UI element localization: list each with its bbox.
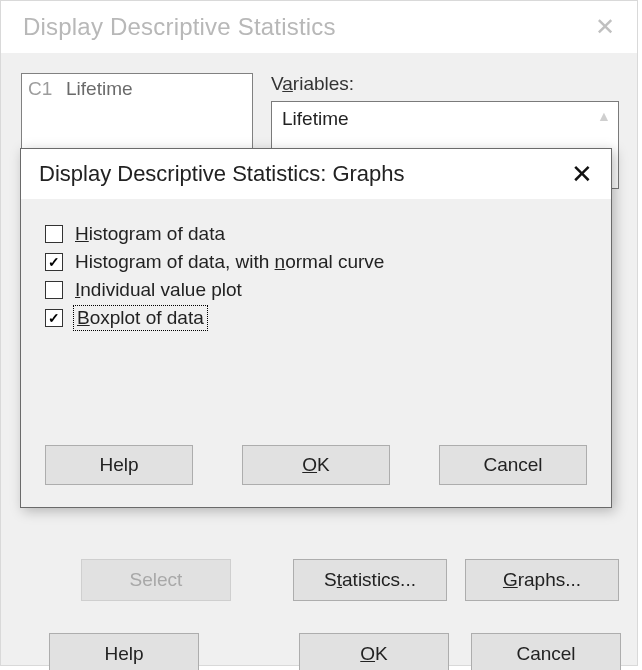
column-name: Lifetime <box>66 78 133 100</box>
graphs-ok-button[interactable]: OK <box>242 445 390 485</box>
close-icon[interactable]: ✕ <box>595 13 615 41</box>
individual-label[interactable]: Individual value plot <box>75 279 242 301</box>
graphs-help-button[interactable]: Help <box>45 445 193 485</box>
graphs-buttons: Help OK Cancel <box>45 445 587 485</box>
boxplot-label[interactable]: Boxplot of data <box>75 307 206 329</box>
checkbox-row-histogram: Histogram of data <box>45 223 587 245</box>
select-row: Select <box>81 559 231 603</box>
close-icon[interactable]: ✕ <box>571 159 593 190</box>
variables-label: Variables: <box>271 73 354 95</box>
normal-checkbox[interactable] <box>45 253 63 271</box>
ok-button[interactable]: OK <box>299 633 449 670</box>
statistics-button[interactable]: Statistics... <box>293 559 447 601</box>
select-button: Select <box>81 559 231 601</box>
chevron-up-icon[interactable]: ▲ <box>590 102 618 130</box>
histogram-checkbox[interactable] <box>45 225 63 243</box>
stats-graphs-row: Statistics... Graphs... <box>293 559 621 603</box>
graphs-dialog-title: Display Descriptive Statistics: Graphs <box>39 161 405 187</box>
bottom-buttons: Help OK Cancel <box>49 633 621 670</box>
graphs-body: Histogram of data Histogram of data, wit… <box>21 199 611 507</box>
individual-checkbox[interactable] <box>45 281 63 299</box>
checkbox-row-individual: Individual value plot <box>45 279 587 301</box>
boxplot-checkbox[interactable] <box>45 309 63 327</box>
variables-value: Lifetime <box>282 108 349 129</box>
normal-label[interactable]: Histogram of data, with normal curve <box>75 251 384 273</box>
checkbox-row-boxplot: Boxplot of data <box>45 307 587 329</box>
graphs-titlebar: Display Descriptive Statistics: Graphs ✕ <box>21 149 611 199</box>
checkbox-row-normal: Histogram of data, with normal curve <box>45 251 587 273</box>
main-title: Display Descriptive Statistics <box>23 13 336 41</box>
cancel-button[interactable]: Cancel <box>471 633 621 670</box>
column-row[interactable]: C1 Lifetime <box>22 74 252 104</box>
column-id: C1 <box>28 78 66 100</box>
main-titlebar: Display Descriptive Statistics ✕ <box>1 1 637 53</box>
help-button[interactable]: Help <box>49 633 199 670</box>
graphs-button[interactable]: Graphs... <box>465 559 619 601</box>
graphs-dialog: Display Descriptive Statistics: Graphs ✕… <box>20 148 612 508</box>
histogram-label[interactable]: Histogram of data <box>75 223 225 245</box>
graphs-cancel-button[interactable]: Cancel <box>439 445 587 485</box>
